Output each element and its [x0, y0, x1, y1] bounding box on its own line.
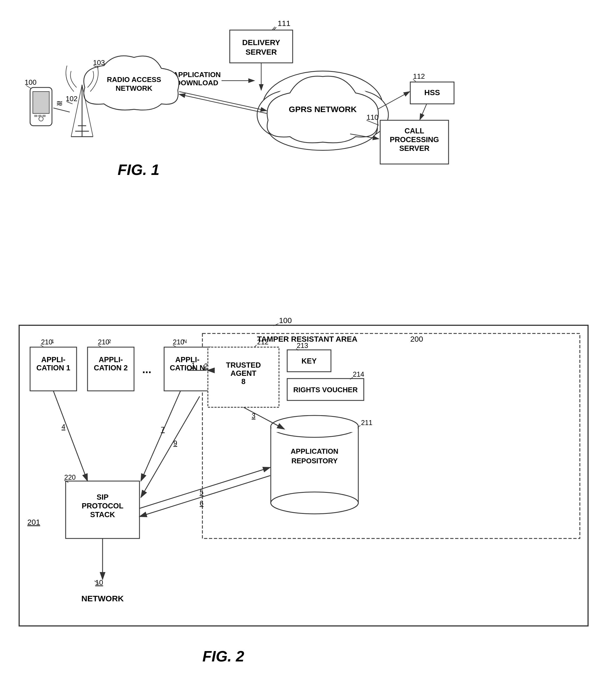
- svg-text:214: 214: [353, 370, 364, 378]
- svg-line-28: [71, 85, 82, 137]
- svg-text:210: 210: [41, 338, 52, 346]
- svg-point-89: [271, 416, 358, 437]
- svg-text:≋: ≋: [56, 99, 63, 108]
- svg-text:100: 100: [25, 78, 37, 86]
- svg-text:211: 211: [361, 419, 372, 426]
- svg-text:10: 10: [95, 578, 103, 586]
- svg-point-90: [271, 492, 358, 514]
- svg-text:201: 201: [27, 518, 40, 526]
- svg-text:111: 111: [278, 19, 290, 28]
- svg-text:DELIVERY: DELIVERY: [242, 38, 280, 47]
- svg-text:RIGHTS VOUCHER: RIGHTS VOUCHER: [293, 386, 358, 394]
- svg-text:210: 210: [98, 338, 110, 346]
- svg-text:APPLI-: APPLI-: [175, 356, 200, 364]
- svg-rect-36: [42, 115, 46, 117]
- svg-text:APPLI-: APPLI-: [41, 356, 66, 364]
- svg-text:DOWNLOAD: DOWNLOAD: [175, 79, 218, 87]
- svg-text:TRUSTED: TRUSTED: [226, 361, 261, 369]
- page: 111 DELIVERY SERVER APPLICATION DOWNLOAD…: [0, 0, 602, 700]
- svg-text:6: 6: [200, 499, 203, 507]
- svg-line-21: [179, 92, 267, 111]
- svg-line-22: [179, 94, 267, 114]
- svg-text:STACK: STACK: [90, 510, 115, 519]
- svg-text:NETWORK: NETWORK: [116, 84, 153, 92]
- svg-text:PROCESSING: PROCESSING: [390, 135, 439, 144]
- svg-text:GPRS NETWORK: GPRS NETWORK: [289, 105, 357, 114]
- svg-text:CALL: CALL: [405, 127, 424, 135]
- svg-text:AGENT: AGENT: [231, 369, 257, 377]
- svg-text:PROTOCOL: PROTOCOL: [82, 502, 124, 510]
- svg-text:3: 3: [251, 412, 256, 420]
- svg-text:110: 110: [366, 113, 378, 121]
- svg-text:CATION 1: CATION 1: [37, 364, 70, 372]
- svg-rect-34: [34, 115, 38, 117]
- svg-text:9: 9: [173, 439, 177, 447]
- svg-line-37: [53, 108, 70, 112]
- svg-text:SERVER: SERVER: [246, 48, 277, 56]
- svg-text:7: 7: [161, 426, 165, 433]
- svg-text:FIG. 2: FIG. 2: [202, 648, 244, 665]
- svg-text:N: N: [183, 339, 187, 344]
- svg-rect-35: [38, 115, 42, 117]
- svg-text:1: 1: [51, 339, 54, 344]
- svg-text:...: ...: [142, 363, 151, 375]
- svg-text:2: 2: [108, 339, 111, 344]
- svg-text:213: 213: [297, 342, 308, 349]
- svg-text:CATION 2: CATION 2: [94, 364, 128, 372]
- svg-text:102: 102: [66, 95, 77, 103]
- svg-text:SERVER: SERVER: [399, 144, 430, 152]
- svg-text:112: 112: [413, 72, 425, 80]
- fig2-diagram: 100 TAMPER RESISTANT AREA 200 201 APPLI-…: [11, 311, 596, 689]
- svg-text:210: 210: [173, 338, 184, 346]
- svg-text:KEY: KEY: [302, 357, 317, 365]
- svg-text:220: 220: [64, 473, 76, 481]
- svg-text:100: 100: [279, 316, 292, 325]
- svg-text:2: 2: [204, 362, 208, 370]
- svg-text:HSS: HSS: [424, 88, 440, 97]
- fig1-diagram: 111 DELIVERY SERVER APPLICATION DOWNLOAD…: [0, 5, 602, 306]
- svg-text:5: 5: [200, 489, 203, 496]
- svg-text:1: 1: [191, 361, 195, 369]
- svg-line-48: [420, 104, 427, 120]
- svg-rect-32: [33, 92, 49, 114]
- svg-text:FIG. 1: FIG. 1: [118, 161, 160, 178]
- svg-text:200: 200: [410, 335, 423, 343]
- svg-text:REPOSITORY: REPOSITORY: [291, 457, 338, 465]
- svg-text:RADIO ACCESS: RADIO ACCESS: [107, 75, 161, 84]
- svg-text:APPLI-: APPLI-: [99, 356, 123, 364]
- svg-text:4: 4: [62, 423, 65, 430]
- svg-text:8: 8: [241, 377, 245, 386]
- svg-text:103: 103: [93, 58, 105, 67]
- svg-text:APPLICATION: APPLICATION: [291, 447, 338, 455]
- svg-text:NETWORK: NETWORK: [81, 594, 124, 603]
- svg-text:SIP: SIP: [97, 493, 109, 501]
- svg-text:APPLICATION: APPLICATION: [173, 71, 221, 79]
- svg-text:212: 212: [257, 338, 269, 346]
